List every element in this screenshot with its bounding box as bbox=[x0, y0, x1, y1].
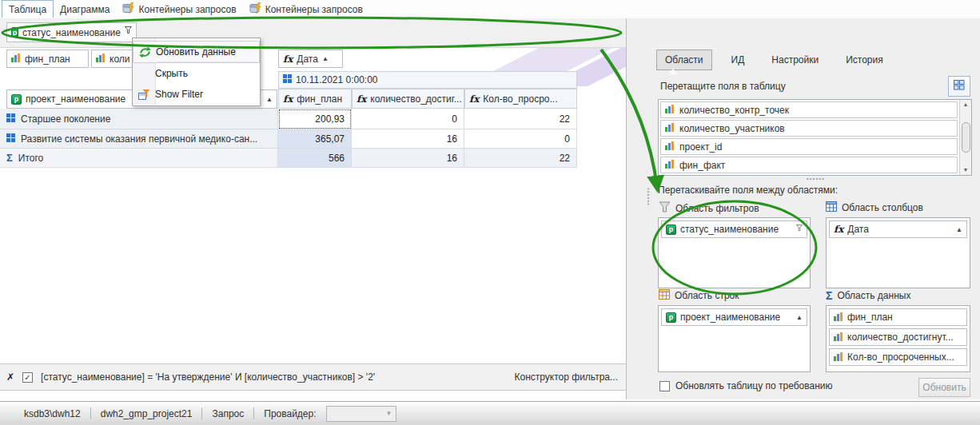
sort-asc-icon: ▲ bbox=[956, 226, 962, 233]
filter-enabled-checkbox[interactable]: ✓ bbox=[22, 372, 33, 383]
column-header-overdue[interactable]: fx Кол-во_просро... bbox=[464, 89, 577, 109]
status-separator bbox=[201, 407, 202, 419]
show-filter-icon bbox=[133, 89, 155, 100]
cell-value: 365,07 bbox=[315, 133, 345, 145]
panel-splitter-handle[interactable]: •••••• bbox=[646, 188, 652, 223]
field-p-icon: p bbox=[666, 224, 676, 235]
menu-item-show-filter[interactable]: Show Filter bbox=[133, 84, 260, 105]
filter-funnel-icon[interactable] bbox=[796, 222, 803, 233]
grid-icon bbox=[954, 80, 965, 93]
status-database: dwh2_gmp_project21 bbox=[101, 408, 193, 419]
panel-tab-history[interactable]: История bbox=[838, 50, 891, 70]
panel-tab-areas[interactable]: Области bbox=[656, 50, 712, 70]
column-header-achieved[interactable]: fx количество_достиг... bbox=[352, 89, 464, 109]
remove-filter-icon[interactable]: ✗ bbox=[6, 371, 14, 383]
provider-combobox[interactable]: ▼ bbox=[326, 406, 396, 422]
field-list-item[interactable]: проект_id bbox=[660, 138, 958, 155]
layout-grid-button[interactable] bbox=[948, 76, 970, 97]
menu-item-label: Скрыть bbox=[155, 68, 188, 79]
table-cell[interactable]: 16 bbox=[352, 129, 464, 149]
field-p-icon: p bbox=[11, 27, 18, 38]
context-menu: Обновить данные Скрыть Show Filter bbox=[132, 38, 261, 106]
row-header[interactable]: Старшее поколение bbox=[0, 109, 278, 129]
area-title: Область фильтров bbox=[675, 203, 759, 214]
field-list-scrollbar[interactable]: ▲ ▼ bbox=[959, 100, 971, 175]
refresh-icon bbox=[133, 46, 156, 58]
status-separator bbox=[90, 407, 91, 419]
status-separator bbox=[253, 407, 254, 419]
table-cell[interactable]: 22 bbox=[464, 149, 577, 168]
filters-area-chip[interactable]: p статус_наименование bbox=[661, 220, 807, 238]
filters-area-box[interactable]: p статус_наименование bbox=[658, 217, 811, 288]
panel-tab-label: История bbox=[846, 54, 883, 66]
table-cell[interactable]: 0 bbox=[352, 109, 464, 129]
menu-item-refresh-data[interactable]: Обновить данные bbox=[133, 41, 260, 63]
table-cell[interactable]: 16 bbox=[352, 149, 464, 168]
menu-item-label: Обновить данные bbox=[156, 46, 236, 58]
data-area-chip[interactable]: количество_достигнут... bbox=[829, 328, 967, 346]
column-group-header-date[interactable]: 10.11.2021 0:00:00 bbox=[278, 71, 577, 89]
chip-label: статус_наименование bbox=[680, 224, 792, 235]
query-container-icon bbox=[249, 2, 262, 16]
table-cell[interactable]: 365,07 bbox=[278, 129, 352, 149]
drag-hint-label: Перетащите поля в таблицу bbox=[660, 81, 786, 92]
field-list-panel: •••••• Области ИД Настройки История Пере… bbox=[626, 18, 980, 399]
table-cell[interactable]: 200,93 bbox=[278, 109, 352, 129]
table-cell[interactable]: 566 bbox=[278, 149, 352, 168]
field-label: количество_участников bbox=[679, 123, 785, 134]
pivot-grid: фин_план коли fx Дата ▲ 10.11.2021 0:00:… bbox=[0, 48, 626, 363]
scroll-down-icon[interactable]: ▼ bbox=[963, 166, 969, 174]
update-button[interactable]: Обновить bbox=[918, 378, 970, 397]
update-button-label: Обновить bbox=[922, 382, 966, 393]
field-list-item[interactable]: количество_участников bbox=[660, 120, 958, 137]
fx-icon: fx bbox=[283, 93, 293, 105]
columns-area-header: Область столбцов bbox=[826, 201, 923, 214]
pivot-filter-area-row: p статус_наименование bbox=[0, 18, 626, 48]
filter-funnel-icon[interactable] bbox=[125, 25, 132, 36]
filter-builder-link[interactable]: Конструктор фильтра... bbox=[515, 371, 619, 383]
list-splitter-handle[interactable]: •••••• bbox=[807, 175, 825, 182]
chip-label: Дата bbox=[297, 54, 318, 65]
tab-query-containers-2[interactable]: Контейнеры запросов bbox=[243, 0, 369, 18]
total-row-header[interactable]: Σ Итого bbox=[0, 149, 278, 168]
field-list-item[interactable]: количество_контр_точек bbox=[660, 101, 958, 118]
data-area-chip[interactable]: фин_план bbox=[829, 308, 967, 326]
table-cell[interactable]: 0 bbox=[464, 129, 577, 149]
panel-tab-id[interactable]: ИД bbox=[723, 50, 753, 70]
sigma-icon: Σ bbox=[826, 289, 832, 302]
status-query[interactable]: Запрос bbox=[212, 408, 244, 419]
data-area-chip[interactable]: Кол-во_просроченных... bbox=[829, 348, 967, 366]
bar-chart-icon bbox=[834, 312, 843, 324]
field-label: проект_id bbox=[679, 141, 722, 153]
rows-area-header: Область строк bbox=[659, 289, 739, 302]
columns-area-box[interactable]: fx Дата ▲ bbox=[826, 217, 970, 288]
bar-chart-icon bbox=[834, 352, 843, 363]
data-area-box[interactable]: фин_план количество_достигнут... Кол-во_… bbox=[826, 305, 970, 372]
scroll-thumb[interactable] bbox=[962, 122, 970, 153]
rows-area-chip[interactable]: p проект_наименование ▲ bbox=[661, 308, 807, 326]
table-cell[interactable]: 22 bbox=[464, 109, 577, 129]
tab-diagram[interactable]: Диаграмма bbox=[54, 0, 116, 18]
menu-item-hide[interactable]: Скрыть bbox=[133, 63, 260, 84]
tab-query-containers-1[interactable]: Контейнеры запросов bbox=[116, 0, 242, 18]
columns-area-chip[interactable]: fx Дата ▲ bbox=[829, 220, 967, 238]
defer-update-checkbox[interactable] bbox=[659, 381, 670, 391]
filter-field-label: статус_наименование bbox=[22, 27, 121, 38]
filter-field-chip[interactable]: p статус_наименование bbox=[6, 22, 137, 42]
column-field-chip-date[interactable]: fx Дата ▲ bbox=[278, 50, 343, 68]
defer-update-label: Обновлять таблицу по требованию bbox=[675, 380, 832, 391]
panel-tab-settings[interactable]: Настройки bbox=[763, 50, 827, 70]
chip-label: коли bbox=[110, 54, 130, 65]
column-header-finplan[interactable]: fx фин_план bbox=[278, 89, 352, 109]
row-label: Итого bbox=[18, 153, 43, 164]
field-list-item[interactable]: фин_факт bbox=[660, 157, 958, 173]
row-header[interactable]: Развитие системы оказания первичной меди… bbox=[0, 129, 278, 149]
fx-icon: fx bbox=[834, 224, 843, 235]
panel-tab-label: Области bbox=[665, 54, 703, 66]
data-field-chip-finplan[interactable]: фин_план bbox=[6, 50, 89, 68]
bar-chart-icon bbox=[665, 104, 675, 116]
tab-table[interactable]: Таблица bbox=[2, 0, 54, 18]
scroll-up-icon[interactable]: ▲ bbox=[963, 101, 969, 109]
app-window: Таблица Диаграмма Контейнеры запросов Ко… bbox=[0, 0, 980, 425]
rows-area-box[interactable]: p проект_наименование ▲ bbox=[658, 305, 811, 372]
